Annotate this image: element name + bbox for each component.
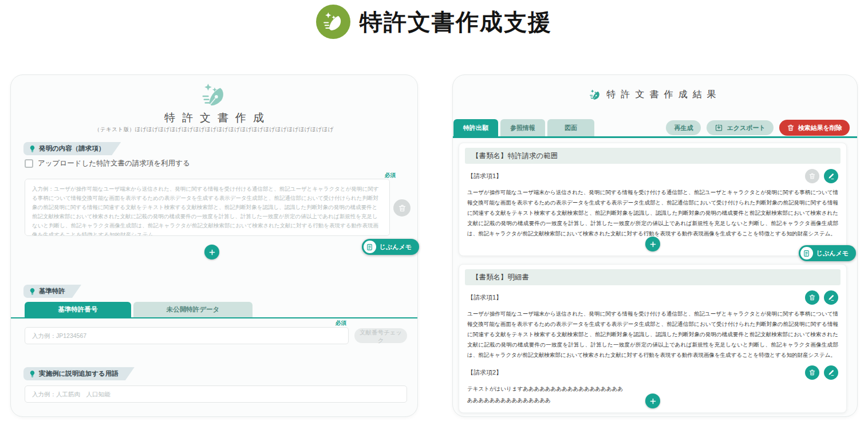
tab-base-patent-number[interactable]: 基準特許番号 [25,302,131,317]
trash-icon [808,172,816,180]
claim-label: 【請求項1】 [467,172,502,180]
claim-text: ユーザが操作可能なユーザ端末から送信された、発明に関する情報を受け付ける通信部と… [467,309,838,360]
delete-claim-button[interactable] [805,290,819,305]
section-label-invention: 発明の内容（請求項） [23,142,121,155]
right-panel: 特許文書作成結果 特許出願 参照情報 図面 再生成 エクスポート 検索結果を削除… [452,74,858,417]
pen-icon [589,89,601,101]
claim-actions [805,290,838,305]
pencil-icon [827,294,835,301]
lightbulb-icon [29,288,36,295]
claim-actions [805,169,838,183]
clear-claims-button[interactable] [393,199,411,217]
tab-unpublished-patent-data[interactable]: 未公開特許データ [133,302,252,317]
document-header: 【書類名】明細書 [465,269,841,285]
patent-number-input[interactable] [25,327,349,344]
section-label-base-patent: 基準特許 [23,285,81,298]
memo-button-label: じぶんメモ [380,243,412,251]
add-claim-button[interactable] [645,237,660,251]
tab-patent-application[interactable]: 特許出願 [453,119,498,136]
pencil-icon [827,172,835,180]
claim-actions [805,365,838,380]
base-patent-tabs: 基準特許番号 未公開特許データ [25,302,252,317]
pen-icon [201,82,227,108]
use-uploaded-claims-checkbox[interactable]: アップロードした特許文書の請求項を利用する [25,159,190,168]
section-label-terms: 実施例に説明追加する用語 [23,367,135,380]
claim-label: 【請求項2】 [467,368,502,377]
claim-text: テキストがはいりますああああああああああああああああああ [467,384,838,394]
delete-claim-button[interactable] [805,365,819,380]
trash-icon [787,124,795,132]
right-panel-header: 特許文書作成結果 [453,89,857,101]
app-title: 特許文書作成支援 [360,6,552,38]
regenerate-button[interactable]: 再生成 [666,120,701,135]
export-button-label: エクスポート [727,124,765,132]
result-actions: 再生成 エクスポート 検索結果を削除 [666,120,850,136]
edit-claim-button[interactable] [824,169,838,183]
delete-results-button[interactable]: 検索結果を削除 [779,120,850,136]
add-claim-button[interactable] [204,245,219,259]
app-logo-pen-icon [316,5,350,39]
claim-label: 【請求項1】 [467,293,502,302]
plus-icon [649,241,657,248]
app-header: 特許文書作成支援 [0,5,868,39]
tab-drawings[interactable]: 図面 [547,119,594,136]
section-label-text: 基準特許 [39,287,65,296]
export-button[interactable]: エクスポート [707,120,773,135]
tab-underline [453,136,857,138]
my-memo-button[interactable]: じぶんメモ [362,239,419,255]
memo-button-label: じぶんメモ [816,249,849,258]
section-label-text: 発明の内容（請求項） [39,144,105,153]
claim-row: 【請求項2】 [467,365,838,380]
required-badge: 必須 [336,320,346,327]
tab-underline [11,317,417,318]
edit-claim-button[interactable] [824,290,838,305]
result-tabs: 特許出願 参照情報 図面 [453,119,594,136]
lightbulb-icon [29,145,36,152]
document-number-check-button[interactable]: 文献番号チェック [354,328,407,343]
edit-claim-button[interactable] [824,365,838,380]
document-block-claims-scope: 【書類名】特許請求の範囲 【請求項1】 ユーザが操作可能なユーザ端末から送信され… [459,143,847,256]
delete-claim-button[interactable] [805,169,819,183]
add-claim-button[interactable] [645,394,660,408]
document-header: 【書類名】特許請求の範囲 [465,148,841,164]
delete-button-label: 検索結果を削除 [798,124,842,132]
left-panel-title: 特許文書作成 [11,111,417,125]
trash-icon [398,204,407,213]
claims-textarea[interactable] [25,179,390,236]
memo-doc-icon [364,241,376,253]
document-block-specification: 【書類名】明細書 【請求項1】 ユーザが操作可能なユーザ端末から送信された、発明… [459,264,847,413]
plus-icon [208,249,216,256]
tab-reference-info[interactable]: 参照情報 [500,119,545,136]
export-icon [715,124,723,132]
terms-input[interactable] [25,385,407,403]
trash-icon [808,369,816,376]
plus-icon [649,398,657,405]
section-label-text: 実施例に説明追加する用語 [39,369,119,378]
my-memo-button[interactable]: じぶんメモ [799,245,856,261]
left-panel: 特許文書作成 （テキスト版）ほげほげほげほげほげほげほげほげほげほげほげほげほげ… [10,74,418,417]
trash-icon [808,294,816,301]
lightbulb-icon [29,370,36,377]
claim-text: ユーザが操作可能なユーザ端末から送信された、発明に関する情報を受け付ける通信部と… [467,187,838,239]
claim-row: 【請求項1】 [467,169,838,183]
memo-doc-icon [800,247,813,259]
left-panel-subtitle: （テキスト版）ほげほげほげほげほげほげほげほげほげほげほげほげほげほげほげほげほ… [11,126,417,133]
checkbox-label: アップロードした特許文書の請求項を利用する [38,159,190,168]
checkbox-box[interactable] [25,159,33,168]
right-panel-title: 特許文書作成結果 [607,89,721,101]
claim-row: 【請求項1】 [467,290,838,305]
pencil-icon [827,369,835,376]
